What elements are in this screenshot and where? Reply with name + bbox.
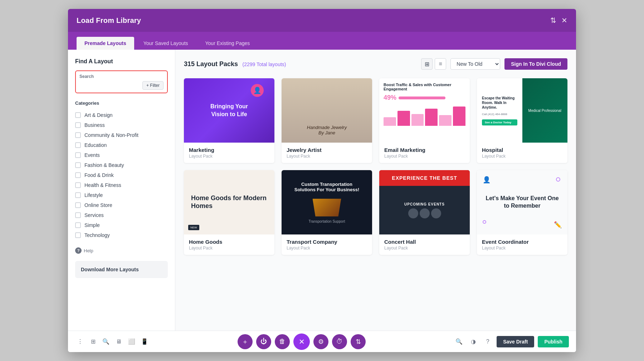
- card-name: Hospital: [482, 147, 562, 153]
- category-checkbox[interactable]: [75, 132, 81, 138]
- card-info-email: Email Marketing Layout Pack: [379, 143, 470, 163]
- category-checkbox[interactable]: [75, 212, 81, 218]
- card-image-marketing: 👤 Bringing YourVision to Life: [184, 78, 274, 143]
- email-preview: Boost Traffic & Sales with Customer Enga…: [379, 78, 470, 143]
- help-icon[interactable]: ?: [482, 336, 493, 347]
- layers-icon[interactable]: ◑: [468, 336, 479, 347]
- chart-bar: [384, 117, 396, 126]
- category-checkbox[interactable]: [75, 182, 81, 188]
- category-item[interactable]: Simple: [75, 220, 168, 230]
- category-item[interactable]: Business: [75, 120, 168, 130]
- card-name: Email Marketing: [384, 147, 465, 153]
- tab-bar: Premade Layouts Your Saved Layouts Your …: [68, 32, 576, 50]
- category-checkbox[interactable]: [75, 162, 81, 168]
- chart-bar: [425, 109, 438, 126]
- category-label: Lifestyle: [84, 192, 103, 198]
- layout-card-concert[interactable]: EXPERIENCE THE BEST UPCOMING EVENTS: [379, 170, 470, 255]
- concert-avatar: [420, 208, 430, 218]
- settings-button[interactable]: ⚙: [313, 334, 328, 349]
- category-item[interactable]: Technology: [75, 230, 168, 240]
- category-item[interactable]: Art & Design: [75, 110, 168, 120]
- grid-view-btn[interactable]: ⊞: [421, 58, 433, 70]
- add-button[interactable]: ＋: [238, 334, 253, 349]
- sort-icon-btn[interactable]: ⇅: [550, 16, 556, 25]
- concert-bottom: UPCOMING EVENTS: [379, 186, 470, 234]
- category-item[interactable]: Food & Drink: [75, 170, 168, 180]
- tablet-icon[interactable]: ⬜: [127, 337, 137, 347]
- category-item[interactable]: Fashion & Beauty: [75, 160, 168, 170]
- filter-button[interactable]: + Filter: [142, 81, 164, 90]
- total-layouts: (2299 Total layouts): [243, 61, 286, 67]
- hospital-preview: Escape the Waiting Room. Walk In Anytime…: [477, 78, 567, 143]
- history-button[interactable]: ⏱: [332, 334, 347, 349]
- category-item[interactable]: Community & Non-Profit: [75, 130, 168, 140]
- search-input-row: + Filter: [79, 81, 164, 90]
- save-draft-button[interactable]: Save Draft: [497, 336, 534, 347]
- list-view-btn[interactable]: ≡: [435, 58, 446, 70]
- search-input[interactable]: [79, 83, 137, 88]
- main-header-right: ⊞ ≡ New To Old Old To New Sign In To Div…: [421, 58, 567, 70]
- search-icon[interactable]: 🔍: [101, 337, 111, 347]
- pack-count-title: 315 Layout Packs: [184, 60, 238, 68]
- category-checkbox[interactable]: [75, 122, 81, 128]
- modal-header: Load From Library ⇅ ✕: [68, 9, 576, 32]
- close-button[interactable]: ✕: [293, 333, 310, 350]
- chart-bar: [397, 111, 410, 126]
- tab-premade[interactable]: Premade Layouts: [77, 37, 134, 50]
- layout-card-homegoods[interactable]: Home Goods for Modern Homes NEW Home Goo…: [184, 170, 274, 255]
- sort-select[interactable]: New To Old Old To New: [450, 58, 500, 70]
- card-name: Event Coordinator: [482, 239, 562, 245]
- chart-bar: [439, 115, 452, 126]
- view-toggle: ⊞ ≡: [421, 58, 446, 70]
- mobile-icon[interactable]: 📱: [140, 337, 150, 347]
- card-info-hospital: Hospital Layout Pack: [477, 143, 567, 163]
- concert-avatars: [408, 208, 441, 218]
- category-item[interactable]: Online Store: [75, 200, 168, 210]
- search-icon-right[interactable]: 🔍: [454, 336, 464, 347]
- category-item[interactable]: Health & Fitness: [75, 180, 168, 190]
- category-checkbox[interactable]: [75, 112, 81, 118]
- grid-icon[interactable]: ⊞: [88, 337, 98, 347]
- sort-button[interactable]: ⇅: [351, 334, 366, 349]
- layout-card-hospital[interactable]: Escape the Waiting Room. Walk In Anytime…: [477, 78, 567, 163]
- category-item[interactable]: Services: [75, 210, 168, 220]
- modal-header-actions: ⇅ ✕: [550, 16, 567, 25]
- trash-button[interactable]: 🗑: [275, 334, 290, 349]
- category-item[interactable]: Lifestyle: [75, 190, 168, 200]
- layout-card-email[interactable]: Boost Traffic & Sales with Customer Enga…: [379, 78, 470, 163]
- hospital-img: Medical Professional: [522, 78, 568, 143]
- category-checkbox[interactable]: [75, 172, 81, 178]
- category-checkbox[interactable]: [75, 152, 81, 158]
- category-checkbox[interactable]: [75, 202, 81, 208]
- help-link[interactable]: ? Help: [75, 247, 168, 254]
- modal-title: Load From Library: [77, 16, 141, 25]
- close-btn[interactable]: ✕: [561, 16, 567, 25]
- category-checkbox[interactable]: [75, 192, 81, 198]
- tab-existing[interactable]: Your Existing Pages: [197, 37, 258, 50]
- layout-card-event[interactable]: 👤 Let's Make Your Event One to Remember …: [477, 170, 567, 255]
- power-button[interactable]: ⏻: [256, 334, 271, 349]
- layout-card-transport[interactable]: Custom TransportationSolutions For Your …: [282, 170, 372, 255]
- card-info-concert: Concert Hall Layout Pack: [379, 234, 470, 255]
- desktop-icon[interactable]: 🖥: [114, 337, 124, 347]
- category-checkbox[interactable]: [75, 222, 81, 228]
- layout-card-jewelry[interactable]: Handmade JewelryBy Jane Jewelry Artist L…: [282, 78, 372, 163]
- sign-in-button[interactable]: Sign In To Divi Cloud: [504, 58, 567, 70]
- transport-title: Custom TransportationSolutions For Your …: [294, 182, 360, 192]
- menu-icon[interactable]: ⋮: [75, 337, 85, 347]
- transport-sub: Transportation Support: [309, 219, 345, 223]
- category-label: Education: [84, 142, 107, 148]
- homegoods-preview: Home Goods for Modern Homes NEW: [184, 170, 274, 234]
- tab-saved[interactable]: Your Saved Layouts: [136, 37, 196, 50]
- category-checkbox[interactable]: [75, 142, 81, 148]
- card-type: Layout Pack: [287, 246, 367, 251]
- layout-card-marketing[interactable]: 👤 Bringing YourVision to Life Marketing …: [184, 78, 274, 163]
- category-item[interactable]: Education: [75, 140, 168, 150]
- email-chart: [384, 104, 465, 126]
- jewelry-title: Handmade JewelryBy Jane: [307, 125, 347, 135]
- card-image-homegoods: Home Goods for Modern Homes NEW: [184, 170, 274, 234]
- publish-button[interactable]: Publish: [538, 336, 569, 347]
- category-item[interactable]: Events: [75, 150, 168, 160]
- event-preview: 👤 Let's Make Your Event One to Remember …: [477, 170, 567, 234]
- category-checkbox[interactable]: [75, 232, 81, 238]
